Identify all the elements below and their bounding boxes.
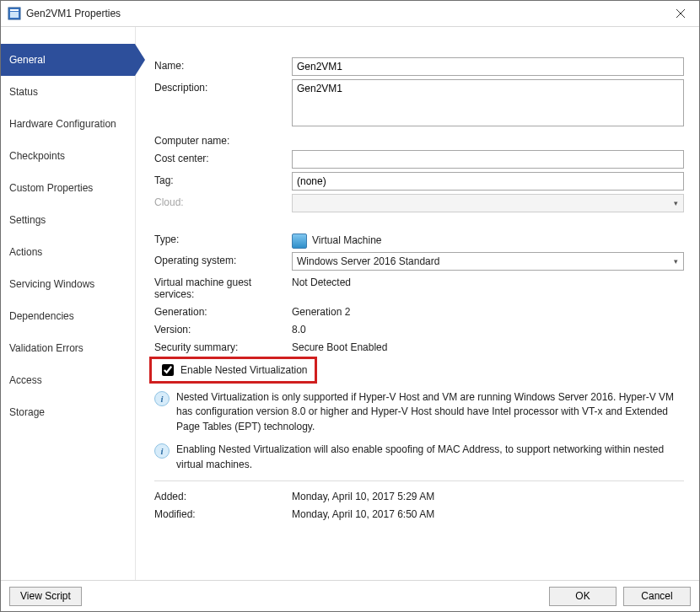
- sidebar-item-label: Checkpoints: [9, 150, 65, 162]
- enable-nested-virtualization-row: Enable Nested Virtualization: [149, 357, 317, 384]
- info-row-1: i Nested Virtualization is only supporte…: [154, 390, 684, 434]
- titlebar: Gen2VM1 Properties: [1, 1, 699, 27]
- vm-guest-services-label: Virtual machine guest services:: [154, 274, 292, 300]
- view-script-button[interactable]: View Script: [9, 587, 82, 606]
- cloud-label: Cloud:: [154, 194, 292, 208]
- tag-input[interactable]: [292, 172, 684, 191]
- sidebar-item-label: General: [9, 54, 46, 66]
- sidebar-item-access[interactable]: Access: [1, 364, 135, 396]
- tag-label: Tag:: [154, 172, 292, 186]
- name-label: Name:: [154, 57, 292, 72]
- type-value: Virtual Machine: [292, 231, 684, 249]
- cloud-select: ▾: [292, 194, 684, 212]
- sidebar-item-status[interactable]: Status: [1, 76, 135, 108]
- info-icon: i: [154, 443, 170, 459]
- sidebar-item-validation-errors[interactable]: Validation Errors: [1, 332, 135, 364]
- sidebar-item-label: Actions: [9, 246, 42, 258]
- close-button[interactable]: [662, 2, 699, 26]
- sidebar-item-checkpoints[interactable]: Checkpoints: [1, 140, 135, 172]
- version-value: 8.0: [292, 321, 684, 336]
- security-summary-value: Secure Boot Enabled: [292, 339, 684, 353]
- sidebar-item-hardware-configuration[interactable]: Hardware Configuration: [1, 108, 135, 140]
- sidebar-item-label: Validation Errors: [9, 342, 83, 354]
- sidebar-item-label: Settings: [9, 214, 46, 226]
- description-input[interactable]: [292, 79, 684, 126]
- close-icon: [676, 9, 685, 18]
- window-title: Gen2VM1 Properties: [26, 8, 662, 19]
- properties-dialog: Gen2VM1 Properties General Status Hardwa…: [0, 0, 700, 612]
- sidebar-item-general[interactable]: General: [1, 44, 135, 76]
- operating-system-value: Windows Server 2016 Standard: [297, 255, 439, 267]
- modified-label: Modified:: [154, 506, 292, 520]
- sidebar-item-label: Dependencies: [9, 310, 74, 322]
- separator: [154, 480, 684, 481]
- sidebar-item-storage[interactable]: Storage: [1, 396, 135, 428]
- ok-button[interactable]: OK: [549, 587, 617, 606]
- sidebar-item-label: Custom Properties: [9, 182, 93, 194]
- enable-nested-virtualization-checkbox[interactable]: [162, 364, 174, 376]
- cost-center-input[interactable]: [292, 150, 684, 169]
- computer-name-value: [292, 132, 684, 135]
- cost-center-label: Cost center:: [154, 150, 292, 164]
- info-text-1: Nested Virtualization is only supported …: [176, 390, 684, 434]
- info-text-2: Enabling Nested Virtualization will also…: [176, 443, 684, 472]
- vm-guest-services-value: Not Detected: [292, 274, 684, 288]
- cancel-button[interactable]: Cancel: [623, 587, 691, 606]
- svg-rect-2: [10, 12, 19, 18]
- sidebar-item-dependencies[interactable]: Dependencies: [1, 300, 135, 332]
- name-input[interactable]: [292, 57, 684, 76]
- generation-label: Generation:: [154, 303, 292, 318]
- type-label: Type:: [154, 231, 292, 245]
- sidebar-item-settings[interactable]: Settings: [1, 204, 135, 236]
- computer-name-label: Computer name:: [154, 132, 292, 147]
- info-row-2: i Enabling Nested Virtualization will al…: [154, 443, 684, 472]
- sidebar-item-actions[interactable]: Actions: [1, 236, 135, 268]
- sidebar-item-servicing-windows[interactable]: Servicing Windows: [1, 268, 135, 300]
- chevron-down-icon: ▾: [674, 257, 678, 266]
- generation-value: Generation 2: [292, 303, 684, 318]
- vm-icon: [292, 234, 307, 249]
- version-label: Version:: [154, 321, 292, 336]
- sidebar-item-label: Status: [9, 86, 38, 98]
- info-icon: i: [154, 391, 170, 406]
- sidebar-item-label: Servicing Windows: [9, 278, 94, 290]
- sidebar-item-custom-properties[interactable]: Custom Properties: [1, 172, 135, 204]
- sidebar-item-label: Storage: [9, 406, 45, 418]
- enable-nested-virtualization-label: Enable Nested Virtualization: [180, 364, 308, 376]
- sidebar: General Status Hardware Configuration Ch…: [1, 27, 136, 580]
- operating-system-select[interactable]: Windows Server 2016 Standard ▾: [292, 252, 684, 271]
- modified-value: Monday, April 10, 2017 6:50 AM: [292, 506, 684, 520]
- sidebar-item-label: Access: [9, 374, 42, 386]
- chevron-down-icon: ▾: [674, 199, 678, 207]
- security-summary-label: Security summary:: [154, 339, 292, 353]
- main-panel: Name: Description: Computer name: Cost c…: [136, 27, 699, 580]
- svg-rect-1: [10, 9, 19, 11]
- dialog-footer: View Script OK Cancel: [1, 580, 699, 611]
- description-label: Description:: [154, 79, 292, 94]
- added-label: Added:: [154, 488, 292, 502]
- window-icon: [8, 7, 21, 20]
- added-value: Monday, April 10, 2017 5:29 AM: [292, 488, 684, 502]
- dialog-body: General Status Hardware Configuration Ch…: [1, 27, 699, 580]
- sidebar-item-label: Hardware Configuration: [9, 118, 116, 130]
- operating-system-label: Operating system:: [154, 252, 292, 266]
